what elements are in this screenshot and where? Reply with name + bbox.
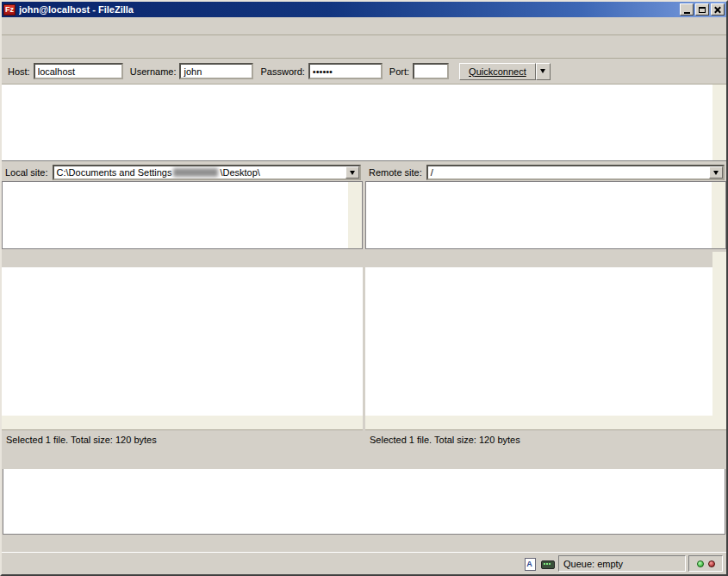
queue-tabs xyxy=(2,535,726,552)
toolbar xyxy=(2,35,726,59)
quickconnect-label: Quickconnect xyxy=(469,66,526,77)
local-path-text[interactable]: C:\Documents and Settings \Desktop\ xyxy=(54,166,345,178)
local-hscrollbar[interactable] xyxy=(2,416,363,429)
remote-pane: Remote site: / xyxy=(365,164,726,448)
local-directory-tree xyxy=(2,181,363,249)
close-icon xyxy=(714,6,721,13)
remote-path-combobox[interactable]: / xyxy=(426,165,725,180)
remote-status: Selected 1 file. Total size: 120 bytes xyxy=(365,429,726,448)
local-file-list-header xyxy=(2,252,363,267)
remote-directory-tree xyxy=(365,181,726,249)
transfer-type-icon[interactable] xyxy=(522,557,538,571)
chevron-down-icon xyxy=(713,171,719,175)
local-site-label: Local site: xyxy=(5,167,48,178)
close-button[interactable] xyxy=(711,3,725,16)
remote-vscrollbar[interactable] xyxy=(712,252,726,416)
host-input[interactable] xyxy=(34,63,123,79)
remote-file-list-header xyxy=(365,252,712,267)
titlebar[interactable]: Fz john@localhost - FileZilla xyxy=(2,2,726,17)
maximize-button[interactable] xyxy=(695,3,709,16)
chevron-down-icon xyxy=(540,69,545,73)
speed-limits-icon[interactable] xyxy=(540,557,556,571)
password-label: Password: xyxy=(260,66,304,77)
minimize-button[interactable] xyxy=(680,3,694,16)
redacted-username xyxy=(173,168,218,177)
remote-tree-rows xyxy=(366,182,712,248)
local-file-list xyxy=(2,267,363,416)
username-label: Username: xyxy=(130,66,177,77)
local-path-prefix: C:\Documents and Settings xyxy=(57,167,172,178)
activity-led-red-icon xyxy=(708,560,715,567)
local-site-row: Local site: C:\Documents and Settings \D… xyxy=(2,164,363,181)
activity-led-green-icon xyxy=(697,560,704,567)
host-label: Host: xyxy=(8,66,30,77)
local-path-dropdown[interactable] xyxy=(345,166,359,178)
quickconnect-dropdown[interactable] xyxy=(536,63,551,80)
port-label: Port: xyxy=(389,66,409,77)
message-log xyxy=(2,85,726,161)
activity-indicators xyxy=(688,555,723,572)
transfer-queue[interactable] xyxy=(3,469,725,535)
minimize-icon xyxy=(684,12,690,14)
window-title: john@localhost - FileZilla xyxy=(19,4,678,15)
quickconnect-bar: Host: Username: Password: Port: Quickcon… xyxy=(2,59,726,85)
filezilla-window: Fz john@localhost - FileZilla Host: User… xyxy=(0,0,728,576)
local-tree-rows xyxy=(3,182,348,248)
remote-path-text[interactable]: / xyxy=(428,166,709,178)
queue-status-text: Queue: empty xyxy=(563,559,623,569)
remote-hscrollbar[interactable] xyxy=(365,416,726,429)
chevron-down-icon xyxy=(350,171,355,175)
username-input[interactable] xyxy=(179,63,253,79)
transfer-queue-header xyxy=(2,454,726,469)
password-input[interactable] xyxy=(308,63,383,79)
remote-file-list xyxy=(365,267,712,416)
local-path-suffix: \Desktop\ xyxy=(220,167,259,178)
log-lines xyxy=(2,85,712,160)
remote-path: / xyxy=(431,167,433,178)
log-scrollbar[interactable] xyxy=(712,85,726,160)
quickconnect-button[interactable]: Quickconnect xyxy=(459,63,536,80)
port-input[interactable] xyxy=(413,63,449,79)
remote-path-dropdown[interactable] xyxy=(709,166,723,178)
local-status: Selected 1 file. Total size: 120 bytes xyxy=(2,429,363,448)
app-icon[interactable]: Fz xyxy=(3,4,16,16)
remote-list-area xyxy=(365,252,726,416)
remote-site-label: Remote site: xyxy=(369,167,422,178)
menubar xyxy=(2,17,726,35)
local-path-combobox[interactable]: C:\Documents and Settings \Desktop\ xyxy=(53,165,361,180)
browser-panes: Local site: C:\Documents and Settings \D… xyxy=(2,164,726,448)
remote-site-row: Remote site: / xyxy=(365,164,726,181)
maximize-icon xyxy=(699,7,706,13)
queue-status-cell: Queue: empty xyxy=(558,555,686,572)
local-tree-scrollbar[interactable] xyxy=(348,182,362,248)
local-pane: Local site: C:\Documents and Settings \D… xyxy=(2,164,363,448)
status-bar: Queue: empty xyxy=(2,552,726,574)
remote-tree-scrollbar[interactable] xyxy=(712,182,725,248)
